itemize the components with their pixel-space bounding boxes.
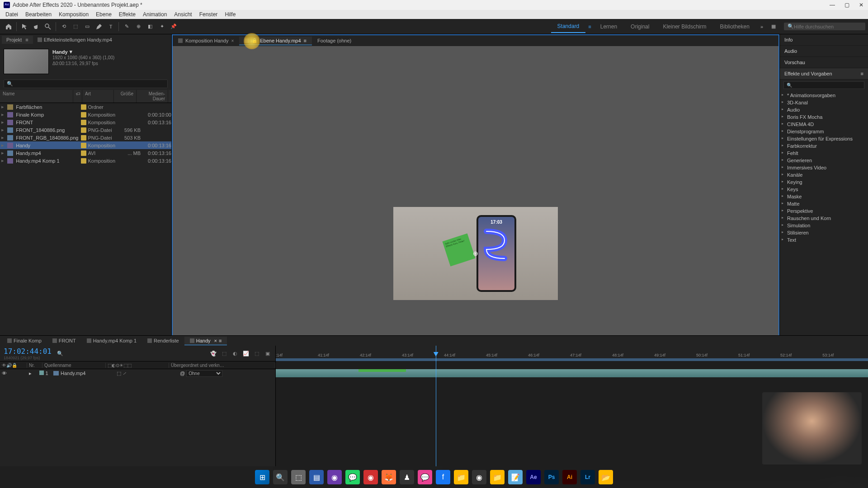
roto-tool-icon[interactable]: ✦	[157, 22, 167, 32]
taskbar-app-6[interactable]: 📂	[599, 470, 613, 484]
timeline-ruler[interactable]: :14f41:14f42:14f43:14f44:14f45:14f46:14f…	[276, 346, 868, 361]
effect-category[interactable]: Text	[780, 236, 868, 244]
timeline-tab[interactable]: Handy.mp4 Komp 1	[81, 337, 142, 345]
timeline-track[interactable]	[276, 369, 868, 377]
effect-category[interactable]: Einstellungen für Expressions	[780, 135, 868, 142]
close-button[interactable]: ✕	[858, 2, 864, 8]
panel-menu-icon[interactable]: ≡	[25, 37, 28, 42]
pan-behind-tool-icon[interactable]: ⬚	[71, 22, 80, 32]
taskbar-app-4[interactable]: ♟	[400, 470, 414, 484]
timeline-timecode[interactable]: 17:02:44:01	[4, 347, 52, 356]
switch-icon[interactable]: ⬚	[117, 371, 121, 376]
layer-name[interactable]: Handy.mp4	[52, 371, 115, 376]
workspace-lernen[interactable]: Lernen	[594, 21, 623, 33]
firefox-icon[interactable]: 🦊	[382, 470, 396, 484]
effect-category[interactable]: Maske	[780, 193, 868, 200]
photoshop-icon[interactable]: Ps	[544, 470, 559, 484]
panel-info[interactable]: Info	[780, 34, 868, 46]
effect-category[interactable]: Boris FX Mocha	[780, 113, 868, 121]
label-chip[interactable]	[81, 158, 86, 164]
effect-category[interactable]: Perspektive	[780, 207, 868, 215]
project-item[interactable]: ▸ FRONT_1840886.png PNG-Datei 596 KB	[0, 126, 171, 134]
shy-icon[interactable]: 👻	[209, 349, 217, 357]
label-chip[interactable]	[81, 112, 86, 117]
label-chip[interactable]	[81, 104, 86, 110]
pen-tool-icon[interactable]	[94, 22, 104, 32]
brush-tool-icon[interactable]: ✎	[122, 22, 132, 32]
visibility-toggle[interactable]: 👁	[2, 371, 7, 376]
zoom-tool-icon[interactable]	[43, 22, 53, 32]
effect-category[interactable]: Keying	[780, 178, 868, 186]
illustrator-icon[interactable]: Ai	[562, 470, 577, 484]
dropdown-icon[interactable]: ▾	[70, 49, 72, 55]
shape-tool-icon[interactable]: ▭	[82, 22, 92, 32]
whatsapp-icon[interactable]: 💬	[345, 470, 360, 484]
col-name[interactable]: Name	[0, 90, 73, 103]
tab-project[interactable]: Projekt≡	[2, 36, 33, 44]
project-item[interactable]: ▸ Handy.mp4 AVI ... MB 0:00:13:16	[0, 149, 171, 157]
close-icon[interactable]: ×	[214, 338, 217, 343]
tab-effect-controls[interactable]: Effekteinstellungen Handy.mp4	[33, 36, 117, 44]
puppet-tool-icon[interactable]: 📌	[169, 22, 179, 32]
frame-blend-icon[interactable]: ⬚	[220, 349, 228, 357]
taskbar-search-icon[interactable]: 🔍	[273, 470, 288, 484]
taskbar-app-1[interactable]: ▤	[309, 470, 324, 484]
explorer-icon[interactable]: 📁	[490, 470, 505, 484]
help-search-input[interactable]	[794, 24, 857, 29]
motion-blur-icon[interactable]: ◐	[231, 349, 239, 357]
col-parent[interactable]: Übergeordnet und verkn…	[169, 363, 275, 368]
eraser-tool-icon[interactable]: ◧	[145, 22, 155, 32]
minimize-button[interactable]: —	[829, 2, 835, 8]
project-item[interactable]: ▸ FRONT Komposition 0:00:13:16	[0, 118, 171, 126]
timeline-playhead[interactable]	[436, 346, 436, 478]
draft3d-icon[interactable]: ⬚	[253, 349, 261, 357]
label-chip[interactable]	[81, 143, 86, 148]
effect-category[interactable]: Rauschen und Korn	[780, 215, 868, 222]
taskbar-app-2[interactable]: ◉	[327, 470, 342, 484]
project-item[interactable]: ▸ Farbflächen Ordner	[0, 103, 171, 111]
effect-category[interactable]: Farbkorrektur	[780, 142, 868, 150]
viewer-tab-footage[interactable]: Footage (ohne)	[312, 37, 357, 45]
menu-komposition[interactable]: Komposition	[55, 10, 92, 19]
effect-category[interactable]: Kanäle	[780, 171, 868, 178]
label-chip[interactable]	[81, 150, 86, 156]
graph-editor-icon[interactable]: 📈	[242, 349, 250, 357]
notepad-icon[interactable]: 📝	[508, 470, 523, 484]
effect-category[interactable]: Immersives Video	[780, 164, 868, 171]
timeline-tab[interactable]: Renderliste	[142, 337, 184, 345]
timeline-tab[interactable]: Handy×≡	[184, 337, 227, 345]
panel-preview[interactable]: Vorschau	[780, 57, 868, 68]
effect-category[interactable]: Dienstprogramm	[780, 128, 868, 135]
pickwhip-icon[interactable]: @	[180, 371, 185, 376]
task-view-icon[interactable]: ⬚	[291, 470, 306, 484]
menu-ansicht[interactable]: Ansicht	[170, 10, 195, 19]
label-chip[interactable]	[81, 135, 86, 141]
maximize-button[interactable]: ▢	[844, 2, 850, 8]
lightroom-icon[interactable]: Lr	[580, 470, 595, 484]
effects-search-input[interactable]	[783, 81, 864, 89]
effect-category[interactable]: Matte	[780, 200, 868, 207]
timeline-layer-row[interactable]: 👁 ▸ 1 Handy.mp4 ⬚⟋ @ Ohne	[0, 369, 275, 377]
col-label[interactable]: 🏷	[73, 90, 82, 103]
selection-tool-icon[interactable]	[19, 22, 29, 32]
workspace-bibliotheken[interactable]: Bibliotheken	[713, 21, 755, 33]
project-item[interactable]: ▸ Handy Komposition 0:00:13:16	[0, 141, 171, 149]
viewer-tab-comp[interactable]: Komposition Handy ×	[173, 37, 239, 45]
workspace-kleiner[interactable]: Kleiner Bildschirm	[656, 21, 712, 33]
workspace-overflow-icon[interactable]: »	[757, 24, 767, 29]
panel-audio[interactable]: Audio	[780, 46, 868, 57]
panel-menu-icon[interactable]: ≡	[861, 71, 863, 76]
col-type[interactable]: Art	[82, 90, 114, 103]
effect-category[interactable]: Simulation	[780, 222, 868, 229]
menu-ebene[interactable]: Ebene	[92, 10, 115, 19]
effect-category[interactable]: 3D-Kanal	[780, 99, 868, 106]
effect-category[interactable]: CINEMA 4D	[780, 121, 868, 128]
panel-menu-icon[interactable]: ≡	[219, 338, 222, 343]
menu-animation[interactable]: Animation	[139, 10, 170, 19]
panel-menu-icon[interactable]: ≡	[304, 38, 307, 43]
taskbar-app-3[interactable]: ◉	[363, 470, 378, 484]
timeline-tab[interactable]: Finale Komp	[2, 337, 47, 345]
work-area[interactable]	[276, 358, 868, 361]
col-duration[interactable]: Medien-Dauer	[137, 90, 168, 103]
menu-datei[interactable]: Datei	[2, 10, 22, 19]
